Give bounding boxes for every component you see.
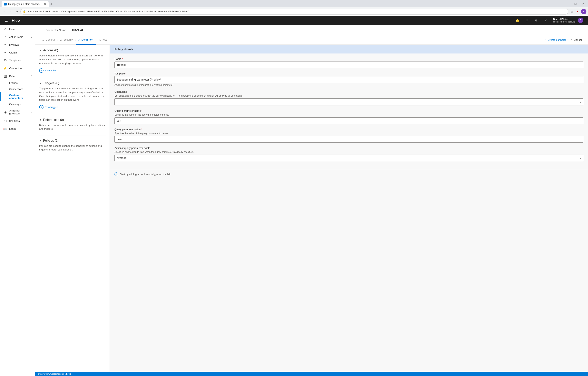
- user-profile[interactable]: Denzel Pfeifer Microsoft (new default) (…: [552, 17, 585, 24]
- new-action-button[interactable]: + New action: [39, 68, 106, 73]
- user-profile-icon[interactable]: 1.: [581, 9, 587, 14]
- hamburger-menu-icon[interactable]: ☰: [3, 17, 10, 23]
- tab-close-icon[interactable]: ✕: [44, 2, 46, 6]
- sidebar-item-action-items[interactable]: ✓ Action items ⌄: [0, 33, 35, 41]
- actions-toggle-icon[interactable]: ▼: [39, 49, 42, 52]
- wizard-step-definition[interactable]: 3. Definition: [76, 35, 96, 45]
- maximize-button[interactable]: ❐: [572, 1, 579, 7]
- operations-dropdown[interactable]: [115, 98, 583, 105]
- sidebar-item-learn[interactable]: 📖 Learn: [0, 125, 35, 133]
- policies-header: ▼ Policies (1): [39, 139, 106, 142]
- address-bar[interactable]: 🔒 https://preview.flow.microsoft.com/man…: [20, 9, 568, 14]
- notifications-icon[interactable]: 🔔: [514, 17, 521, 24]
- sidebar-item-custom-connectors[interactable]: Custom connectors: [0, 92, 35, 101]
- query-param-value-input[interactable]: [115, 136, 583, 143]
- wizard-step-security[interactable]: 2. Security: [58, 35, 75, 45]
- cancel-button[interactable]: ✕ Cancel: [569, 38, 583, 41]
- breadcrumb-separator: |: [69, 29, 69, 32]
- divider-1: [39, 78, 106, 78]
- minimize-button[interactable]: —: [564, 1, 572, 7]
- sidebar-label-learn: Learn: [9, 127, 32, 130]
- query-param-name-label: Query parameter name *: [115, 109, 583, 112]
- tab-title: Manage your custom connectors: [8, 3, 42, 5]
- policy-body: Name * Template * Set query: [110, 53, 588, 169]
- plus-trigger-icon: +: [39, 105, 43, 109]
- forward-nav-button[interactable]: →: [8, 9, 13, 14]
- action-if-exists-select[interactable]: override: [115, 155, 583, 161]
- right-panel: Policy details Name * Template: [110, 45, 588, 372]
- sidebar-item-create[interactable]: + Create: [0, 49, 35, 56]
- sidebar-item-my-flows[interactable]: ≡ My flows: [0, 41, 35, 49]
- status-bar: preview.flow.microsoft.com/.../flows: [35, 372, 588, 376]
- create-connector-label: Create connector: [548, 38, 567, 41]
- settings-icon[interactable]: ⚙: [533, 17, 540, 24]
- query-param-name-input[interactable]: [115, 117, 583, 124]
- left-panel: ▼ Actions (0) Actions determine the oper…: [35, 45, 110, 372]
- name-field-group: Name *: [115, 57, 583, 68]
- template-field-label: Template *: [115, 72, 583, 75]
- sidebar-label-create: Create: [9, 51, 32, 54]
- new-trigger-button[interactable]: + New trigger: [39, 104, 106, 110]
- name-required-star: *: [122, 57, 123, 60]
- policies-toggle-icon[interactable]: ▼: [39, 139, 42, 142]
- sidebar-label-action-items: Action items: [9, 35, 29, 38]
- wizard-step-test[interactable]: 4. Test: [96, 35, 109, 45]
- query-param-name-field-group: Query parameter name * Specifies the nam…: [115, 109, 583, 124]
- ai-builder-icon: ◈: [3, 110, 7, 114]
- triggers-description: Triggers read data from your connector. …: [39, 87, 106, 102]
- action-items-icon: ✓: [3, 35, 7, 39]
- policy-details-header: Policy details: [110, 45, 588, 53]
- policies-title: Policies (1): [43, 139, 59, 142]
- new-tab-button[interactable]: +: [49, 1, 54, 7]
- connectors-icon: ⚡: [3, 66, 7, 70]
- triggers-section: ▼ Triggers (0) Triggers read data from y…: [39, 82, 106, 110]
- actions-header: ▼ Actions (0): [39, 49, 106, 52]
- step-3-number: 3.: [78, 38, 80, 41]
- sidebar-item-solutions[interactable]: ⬡ Solutions: [0, 117, 35, 125]
- user-avatar: 1.: [581, 9, 587, 14]
- sidebar-item-gateways[interactable]: Gateways: [0, 101, 35, 107]
- policies-description: Policies are used to change the behavior…: [39, 144, 106, 152]
- browser-tab[interactable]: F Manage your custom connectors ✕: [1, 1, 49, 7]
- user-avatar-topbar[interactable]: D: [578, 18, 583, 23]
- action-if-exists-hint: Specifies what action to take when the q…: [115, 151, 583, 153]
- sidebar-item-templates[interactable]: ⧉ Templates: [0, 56, 35, 64]
- bottom-hint-text: Start by adding an action or trigger on …: [120, 173, 170, 176]
- emoji-icon[interactable]: ☺: [504, 17, 512, 24]
- step-4-label: Test: [102, 38, 107, 41]
- name-input[interactable]: [115, 62, 583, 68]
- help-icon[interactable]: ?: [542, 17, 549, 24]
- content-area: ▼ Actions (0) Actions determine the oper…: [35, 45, 588, 372]
- back-nav-button[interactable]: ←: [1, 9, 7, 14]
- breadcrumb-connector-name: Connector Name: [45, 29, 66, 32]
- sidebar-item-connectors[interactable]: ⚡ Connectors: [0, 64, 35, 72]
- sidebar-label-data: Data: [9, 75, 29, 78]
- template-select[interactable]: Set query string parameter (Preview): [115, 76, 583, 83]
- extensions-icon[interactable]: ●: [575, 9, 580, 14]
- actions-description: Actions determine the operations that us…: [39, 54, 106, 65]
- new-action-label: New action: [45, 69, 57, 72]
- reload-button[interactable]: ↻: [14, 9, 20, 14]
- sidebar-item-entities[interactable]: Entities: [0, 80, 35, 86]
- action-if-exists-label: Action if query parameter exists: [115, 146, 583, 149]
- triggers-toggle-icon[interactable]: ▼: [39, 82, 42, 85]
- sidebar-item-data[interactable]: ◫ Data ⌃: [0, 72, 35, 80]
- sidebar-item-home[interactable]: ⌂ Home: [0, 25, 35, 33]
- sidebar-item-ai-builder[interactable]: ◈ AI Builder (preview) ⌄: [0, 107, 35, 117]
- create-connector-button[interactable]: ✓ Create connector: [543, 38, 569, 42]
- references-title: References (0): [43, 118, 64, 122]
- bookmark-icon[interactable]: ☆: [569, 9, 575, 14]
- sidebar-item-connections[interactable]: Connections: [0, 86, 35, 92]
- references-section: ▼ References (0) References are reusable…: [39, 118, 106, 131]
- policies-section: ▼ Policies (1) Policies are used to chan…: [39, 139, 106, 152]
- step-1-number: 1.: [42, 38, 44, 41]
- wizard-step-general[interactable]: 1. General: [40, 35, 57, 45]
- references-header: ▼ References (0): [39, 118, 106, 122]
- create-icon: +: [3, 51, 7, 54]
- close-button[interactable]: ✕: [579, 1, 587, 7]
- back-button[interactable]: ←: [40, 28, 43, 32]
- query-param-value-required-star: *: [141, 128, 142, 131]
- download-icon[interactable]: ⬇: [523, 17, 530, 24]
- sidebar: ⌂ Home ✓ Action items ⌄ ≡ My flows + Cre…: [0, 25, 35, 376]
- references-toggle-icon[interactable]: ▼: [39, 119, 42, 121]
